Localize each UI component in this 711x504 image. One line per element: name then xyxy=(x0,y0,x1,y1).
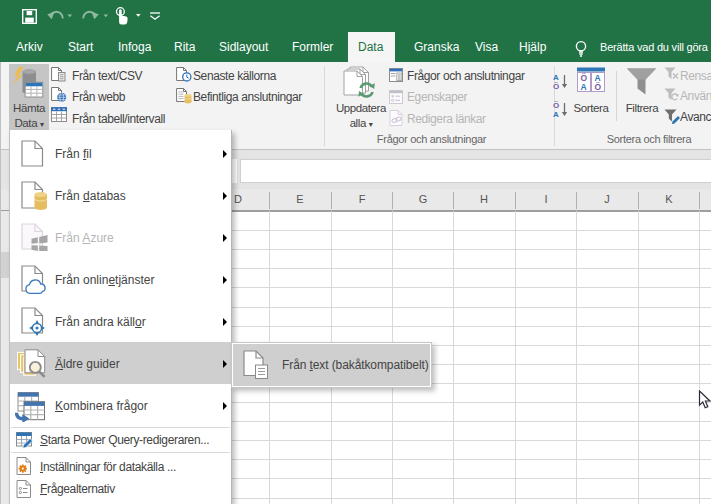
svg-text:Ö: Ö xyxy=(553,82,559,90)
svg-text:A: A xyxy=(595,73,601,83)
svg-text:Ö: Ö xyxy=(581,73,588,83)
svg-text:Ö: Ö xyxy=(553,101,559,110)
svg-text:Ö: Ö xyxy=(595,82,602,92)
svg-text:A: A xyxy=(553,73,559,82)
svg-text:A: A xyxy=(553,110,559,118)
svg-text:A: A xyxy=(581,82,587,92)
